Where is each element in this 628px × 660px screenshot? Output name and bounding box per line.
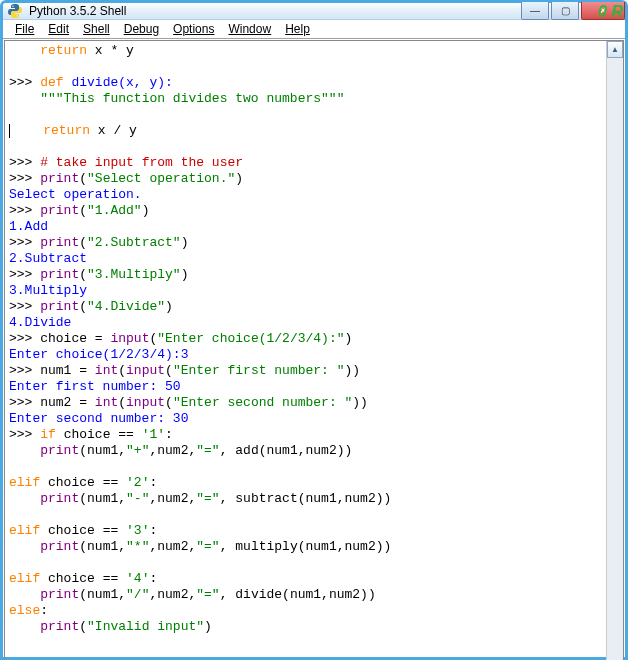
output-line: 1.Add bbox=[9, 219, 48, 234]
menu-options[interactable]: Options bbox=[167, 20, 220, 38]
prompt: >>> bbox=[9, 235, 40, 250]
keyword-if: if bbox=[40, 427, 56, 442]
builtin-print: print bbox=[40, 171, 79, 186]
builtin-int: int bbox=[95, 363, 118, 378]
menu-help[interactable]: Help bbox=[279, 20, 316, 38]
menu-file[interactable]: File bbox=[9, 20, 40, 38]
python-icon bbox=[7, 3, 23, 19]
scroll-track[interactable] bbox=[607, 58, 623, 660]
prompt: >>> bbox=[9, 155, 40, 170]
keyword-else: else bbox=[9, 603, 40, 618]
keyword-elif: elif bbox=[9, 475, 40, 490]
output-line: 4.Divide bbox=[9, 315, 71, 330]
keyword-elif: elif bbox=[9, 571, 40, 586]
shell-editor[interactable]: return x * y >>> def divide(x, y): """Th… bbox=[5, 41, 606, 660]
output-line: Select operation. bbox=[9, 187, 142, 202]
output-line: 2.Subtract bbox=[9, 251, 87, 266]
prompt: >>> bbox=[9, 395, 40, 410]
prompt: >>> bbox=[9, 331, 40, 346]
menu-window[interactable]: Window bbox=[222, 20, 277, 38]
output-line: Enter choice(1/2/3/4):3 bbox=[9, 347, 188, 362]
shell-window: Python 3.5.2 Shell — ▢ ✕ 0 R File Edit S… bbox=[0, 0, 628, 660]
titlebar[interactable]: Python 3.5.2 Shell — ▢ ✕ bbox=[3, 3, 625, 20]
window-controls: — ▢ ✕ bbox=[521, 2, 625, 20]
comment: # take input from the user bbox=[40, 155, 243, 170]
prompt: >>> bbox=[9, 299, 40, 314]
prompt: >>> bbox=[9, 75, 40, 90]
builtin-input: input bbox=[110, 331, 149, 346]
docstring: """This function divides two numbers""" bbox=[40, 91, 344, 106]
scroll-up-button[interactable]: ▲ bbox=[607, 41, 623, 58]
menu-shell[interactable]: Shell bbox=[77, 20, 116, 38]
keyword-return: return bbox=[43, 123, 90, 138]
prompt: >>> bbox=[9, 267, 40, 282]
keyword-return: return bbox=[40, 43, 87, 58]
prompt: >>> bbox=[9, 171, 40, 186]
keyword-elif: elif bbox=[9, 523, 40, 538]
output-line: Enter second number: 30 bbox=[9, 411, 188, 426]
content-area: return x * y >>> def divide(x, y): """Th… bbox=[4, 40, 624, 660]
maximize-button[interactable]: ▢ bbox=[551, 2, 579, 20]
menubar: File Edit Shell Debug Options Window Hel… bbox=[3, 20, 625, 39]
close-button[interactable]: ✕ bbox=[581, 2, 625, 20]
vertical-scrollbar[interactable]: ▲ ▼ bbox=[606, 41, 623, 660]
keyword-def: def bbox=[40, 75, 63, 90]
prompt: >>> bbox=[9, 363, 40, 378]
output-line: 3.Multiply bbox=[9, 283, 87, 298]
menu-edit[interactable]: Edit bbox=[42, 20, 75, 38]
output-line: Enter first number: 50 bbox=[9, 379, 181, 394]
menu-debug[interactable]: Debug bbox=[118, 20, 165, 38]
prompt: >>> bbox=[9, 427, 40, 442]
text-cursor bbox=[9, 124, 10, 138]
prompt: >>> bbox=[9, 203, 40, 218]
minimize-button[interactable]: — bbox=[521, 2, 549, 20]
